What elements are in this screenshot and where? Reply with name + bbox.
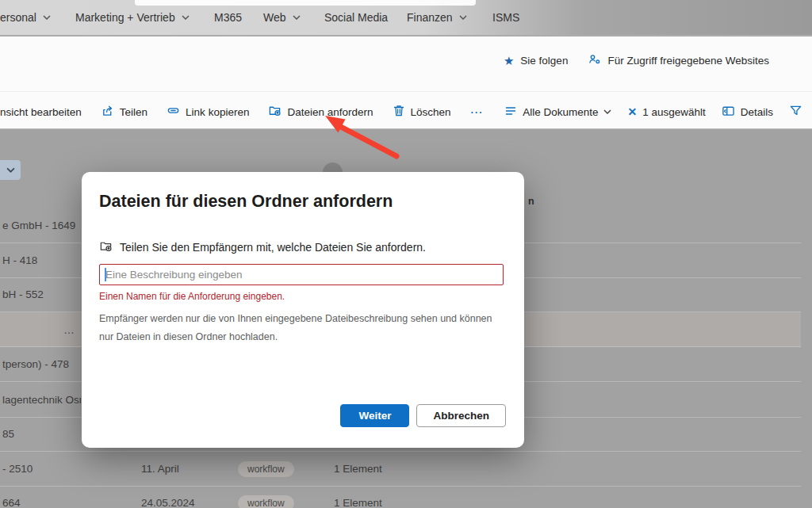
nav-label: Marketing + Vertrieb xyxy=(75,11,175,24)
star-icon: ★ xyxy=(504,55,514,67)
validation-error: Einen Namen für die Anforderung eingeben… xyxy=(99,291,285,302)
edit-view-label: nsicht bearbeiten xyxy=(0,106,82,118)
view-selector-button[interactable]: Alle Dokumente xyxy=(504,105,611,120)
selection-count-label: 1 ausgewählt xyxy=(642,106,706,118)
edit-view-button[interactable]: nsicht bearbeiten xyxy=(0,106,82,118)
row-name: e GmbH - 1649 xyxy=(2,220,75,231)
site-header-actions: ★ Sie folgen Für Zugriff freigegebene We… xyxy=(0,47,812,74)
nav-label: Web xyxy=(263,11,286,24)
dialog-buttons: Weiter Abbrechen xyxy=(340,404,506,427)
row-name: bH - 552 xyxy=(2,288,44,300)
view-lines-icon xyxy=(504,105,517,120)
column-header-fragment: n xyxy=(528,196,534,207)
clear-selection-button[interactable]: ✕ 1 ausgewählt xyxy=(627,105,705,118)
filter-funnel-icon xyxy=(789,104,802,120)
command-bar: nsicht bearbeiten Teilen xyxy=(0,95,812,128)
copy-link-button[interactable]: Link kopieren xyxy=(167,104,249,120)
chevron-down-icon xyxy=(293,15,301,20)
screen: ersonal Marketing + Vertrieb M365 Web So… xyxy=(0,0,812,508)
row-item-count: 1 Element xyxy=(334,497,382,508)
delete-label: Löschen xyxy=(411,106,451,118)
row-modified-date: 11. April xyxy=(141,463,179,475)
command-bar-right: Alle Dokumente ✕ 1 ausgewählt xyxy=(504,95,802,128)
row-badge: workflow xyxy=(238,495,294,508)
dialog-description: Empfänger werden nur die von Ihnen einge… xyxy=(99,310,500,346)
dialog-hint-label: Teilen Sie den Empfängern mit, welche Da… xyxy=(120,241,426,254)
row-name: 664 xyxy=(2,497,21,508)
request-files-dialog: Dateien für diesen Ordner anfordern Teil… xyxy=(82,172,524,448)
page-edge-strip xyxy=(135,0,476,6)
row-name: - 2510 xyxy=(2,463,33,475)
description-input[interactable] xyxy=(99,264,504,285)
follow-label: Sie folgen xyxy=(520,55,568,67)
row-name: tperson) - 478 xyxy=(2,358,69,370)
nav-item-isms[interactable]: ISMS xyxy=(492,0,519,35)
folder-request-icon xyxy=(268,104,282,120)
details-label: Details xyxy=(741,106,773,118)
details-button[interactable]: Details xyxy=(722,105,773,120)
command-band: ★ Sie folgen Für Zugriff freigegebene We… xyxy=(0,36,812,129)
cancel-button[interactable]: Abbrechen xyxy=(416,404,506,427)
command-bar-left: nsicht bearbeiten Teilen xyxy=(0,104,484,120)
view-selector-label: Alle Dokumente xyxy=(523,106,598,118)
nav-item-personal[interactable]: ersonal xyxy=(0,0,51,35)
row-badge: workflow xyxy=(238,461,294,477)
column-filter-chevron[interactable] xyxy=(0,160,21,180)
row-modified-date: 24.05.2024 xyxy=(141,497,195,508)
nav-label: Social Media xyxy=(324,11,388,24)
details-pane-icon xyxy=(722,105,735,120)
more-commands-button[interactable]: ⋯ xyxy=(470,105,484,120)
row-name: 85 xyxy=(2,428,14,440)
copy-link-label: Link kopieren xyxy=(186,106,249,118)
shared-sites-button[interactable]: Für Zugriff freigegebene Websites xyxy=(588,53,769,68)
text-caret xyxy=(105,268,106,281)
close-icon: ✕ xyxy=(627,105,637,118)
row-name: lagentechnik Osn xyxy=(2,394,81,406)
nav-label: ISMS xyxy=(492,11,519,24)
annotation-arrow xyxy=(317,113,403,162)
link-icon xyxy=(167,104,180,120)
follow-button[interactable]: ★ Sie folgen xyxy=(504,55,569,67)
table-row[interactable]: 664 24.05.2024 workflow 1 Element xyxy=(0,486,801,508)
nav-label: ersonal xyxy=(0,11,36,24)
table-row[interactable]: - 2510 11. April workflow 1 Element xyxy=(0,452,801,487)
share-button[interactable]: Teilen xyxy=(101,104,147,120)
nav-label: M365 xyxy=(214,11,242,24)
share-label: Teilen xyxy=(120,106,147,118)
shared-sites-label: Für Zugriff freigegebene Websites xyxy=(607,55,769,67)
row-name: H - 418 xyxy=(2,254,37,266)
chevron-down-icon xyxy=(459,15,467,20)
divider xyxy=(0,91,812,92)
row-item-count: 1 Element xyxy=(334,463,382,475)
chevron-down-icon xyxy=(43,15,51,20)
nav-label: Finanzen xyxy=(407,11,453,24)
next-button[interactable]: Weiter xyxy=(340,404,409,427)
share-icon xyxy=(101,104,114,120)
chevron-down-icon xyxy=(603,109,611,114)
chevron-down-icon xyxy=(182,15,190,20)
dialog-hint: Teilen Sie den Empfängern mit, welche Da… xyxy=(99,239,426,255)
dialog-title: Dateien für diesen Ordner anfordern xyxy=(99,192,393,212)
people-icon xyxy=(588,53,601,68)
folder-request-icon xyxy=(99,239,113,255)
filter-button[interactable] xyxy=(789,104,802,120)
row-overflow-menu[interactable]: … xyxy=(63,323,75,336)
